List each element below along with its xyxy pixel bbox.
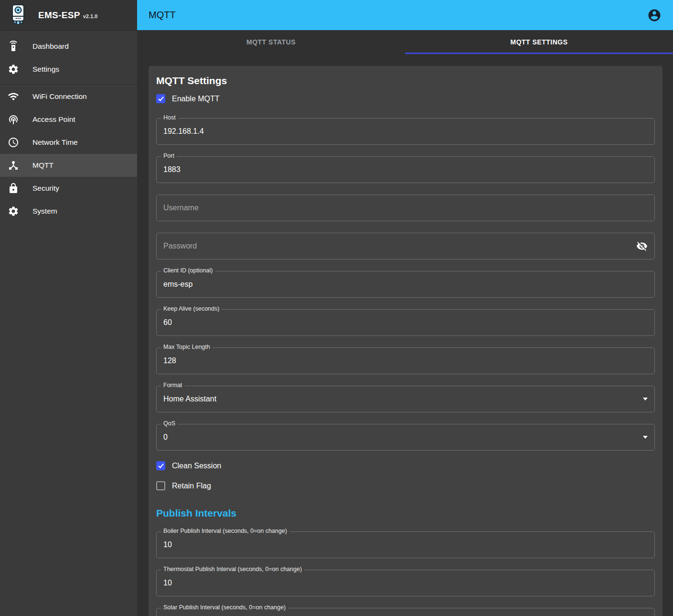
visibility-off-icon[interactable]	[636, 240, 648, 252]
keep-alive-field[interactable]: Keep Alive (seconds) 60	[156, 309, 655, 336]
gear-icon	[8, 205, 19, 217]
port-field[interactable]: Port 1883	[156, 156, 655, 183]
page-title: MQTT	[149, 10, 176, 21]
boiler-logo-icon	[9, 3, 28, 27]
field-label: Solar Publish Interval (seconds, 0=on ch…	[161, 604, 288, 611]
sidebar-item-label: Access Point	[32, 115, 75, 124]
field-label: Format	[161, 382, 185, 389]
enable-mqtt-checkbox[interactable]: Enable MQTT	[156, 94, 655, 103]
checkbox[interactable]	[156, 481, 165, 490]
checkbox-label: Retain Flag	[172, 482, 211, 490]
mqtt-settings-card: MQTT Settings Enable MQTT Host 192.168.1…	[149, 66, 662, 616]
sidebar-item-label: System	[32, 207, 57, 216]
appbar: MQTT	[137, 0, 673, 30]
field-placeholder: Password	[163, 242, 197, 250]
select-value: 0	[163, 433, 168, 442]
sidebar-item-label: MQTT	[32, 161, 53, 170]
boiler-publish-interval-field[interactable]: Boiler Publish Interval (seconds, 0=on c…	[156, 531, 655, 558]
tabbar: MQTT STATUS MQTT SETTINGS	[137, 30, 673, 54]
format-select[interactable]: Format Home Assistant	[156, 386, 655, 412]
checkbox[interactable]	[156, 94, 165, 103]
field-label: Host	[161, 114, 178, 121]
tab-label: MQTT STATUS	[246, 38, 296, 46]
wifi-tethering-icon	[8, 114, 19, 125]
username-field[interactable]: Username	[156, 195, 655, 221]
device-hub-icon	[8, 160, 19, 171]
field-value: 192.168.1.4	[163, 127, 204, 136]
sidebar-item-settings[interactable]: Settings	[0, 58, 137, 81]
field-label: Thermostat Publish Interval (seconds, 0=…	[161, 566, 304, 573]
field-label: Max Topic Length	[161, 344, 213, 350]
field-value: 60	[163, 318, 172, 327]
thermostat-publish-interval-field[interactable]: Thermostat Publish Interval (seconds, 0=…	[156, 570, 655, 596]
field-label: Client ID (optional)	[161, 267, 215, 274]
clean-session-checkbox[interactable]: Clean Session	[156, 461, 655, 470]
client-id-field[interactable]: Client ID (optional) ems-esp	[156, 271, 655, 298]
checkbox-label: Clean Session	[172, 462, 221, 470]
card-title: MQTT Settings	[156, 75, 655, 86]
dropdown-arrow-icon	[643, 436, 648, 439]
sidebar-item-system[interactable]: System	[0, 200, 137, 223]
account-circle-icon[interactable]	[647, 8, 662, 22]
tab-mqtt-status[interactable]: MQTT STATUS	[137, 30, 405, 54]
tab-mqtt-settings[interactable]: MQTT SETTINGS	[405, 30, 673, 54]
field-label: QoS	[161, 420, 178, 427]
checkbox-label: Enable MQTT	[172, 95, 220, 103]
field-placeholder: Username	[163, 204, 199, 212]
retain-flag-checkbox[interactable]: Retain Flag	[156, 481, 655, 490]
checkbox[interactable]	[156, 461, 165, 470]
sidebar-item-wifi-connection[interactable]: WiFi Connection	[0, 85, 137, 108]
sidebar-item-mqtt[interactable]: MQTT	[0, 154, 137, 177]
field-value: 128	[163, 357, 176, 365]
app-version: v2.1.0	[83, 13, 98, 19]
app-name: EMS-ESP	[38, 10, 80, 21]
brand: EMS-ESP v2.1.0	[38, 10, 97, 21]
sidebar-section-network: WiFi Connection Access Point Network Tim…	[0, 85, 137, 223]
content-area: MQTT Settings Enable MQTT Host 192.168.1…	[137, 54, 673, 616]
publish-intervals-heading: Publish Intervals	[156, 508, 655, 519]
sidebar-item-label: Settings	[32, 65, 59, 74]
sidebar-item-label: Security	[32, 184, 59, 193]
select-value: Home Assistant	[163, 395, 216, 403]
sidebar-item-label: WiFi Connection	[32, 92, 87, 101]
password-field[interactable]: Password	[156, 233, 655, 259]
sidebar-item-network-time[interactable]: Network Time	[0, 131, 137, 154]
check-icon	[158, 462, 164, 468]
tab-label: MQTT SETTINGS	[510, 38, 567, 46]
sidebar-item-access-point[interactable]: Access Point	[0, 108, 137, 131]
wifi-icon	[8, 91, 19, 102]
solar-publish-interval-field[interactable]: Solar Publish Interval (seconds, 0=on ch…	[156, 608, 655, 616]
field-label: Boiler Publish Interval (seconds, 0=on c…	[161, 528, 289, 534]
sidebar-item-dashboard[interactable]: Dashboard	[0, 35, 137, 58]
max-topic-length-field[interactable]: Max Topic Length 128	[156, 347, 655, 374]
field-value: 10	[163, 540, 172, 549]
check-icon	[158, 95, 164, 101]
dropdown-arrow-icon	[643, 398, 648, 400]
lock-icon	[8, 183, 19, 194]
field-label: Keep Alive (seconds)	[161, 305, 222, 312]
field-value: 1883	[163, 165, 181, 174]
sidebar-item-label: Dashboard	[32, 42, 69, 51]
settings-remote-icon	[8, 41, 19, 52]
sidebar-item-label: Network Time	[32, 138, 78, 147]
host-field[interactable]: Host 192.168.1.4	[156, 118, 655, 145]
gear-icon	[8, 64, 19, 75]
sidebar-header: EMS-ESP v2.1.0	[0, 0, 137, 31]
field-value: ems-esp	[163, 280, 192, 289]
qos-select[interactable]: QoS 0	[156, 424, 655, 451]
sidebar-item-security[interactable]: Security	[0, 177, 137, 200]
field-value: 10	[163, 579, 172, 587]
field-label: Port	[161, 152, 177, 159]
clock-icon	[8, 137, 19, 148]
sidebar-section-project: Dashboard Settings	[0, 31, 137, 85]
sidebar: EMS-ESP v2.1.0 Dashboard Settings WiFi C…	[0, 0, 137, 616]
